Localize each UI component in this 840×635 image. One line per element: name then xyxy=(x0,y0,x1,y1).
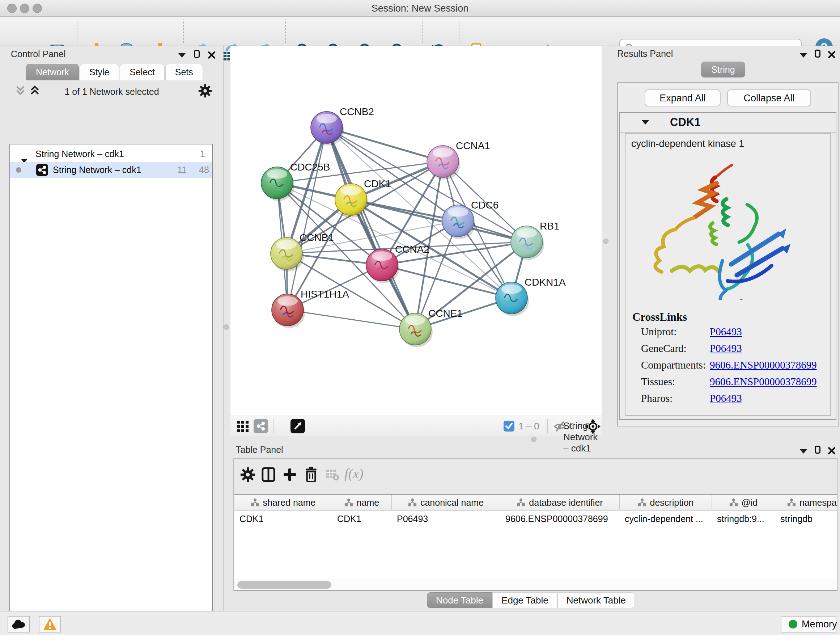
birds-eye-view-icon[interactable] xyxy=(585,418,601,434)
network-row-selected[interactable]: String Network – cdk1 11 48 xyxy=(10,162,212,178)
tab-style[interactable]: Style xyxy=(80,64,119,80)
bottom-splitter-handle[interactable] xyxy=(531,437,537,442)
edge-CCNB2-HIST1H1A xyxy=(287,127,327,310)
right-splitter-handle[interactable] xyxy=(603,239,608,244)
column-header-shared-name[interactable]: shared name xyxy=(234,494,332,510)
table-cell[interactable]: CDK1 xyxy=(332,511,392,527)
delete-column-trash-icon[interactable] xyxy=(304,466,318,482)
float-results-button[interactable] xyxy=(799,52,807,59)
network-node-HIST1H1A[interactable] xyxy=(272,294,305,328)
network-canvas[interactable]: CCNB2CCNA1CDC25BCDK1CDC6RB1CCNB1CCNA2CDK… xyxy=(231,46,602,416)
network-node-CDC25B[interactable] xyxy=(261,167,294,201)
network-node-CDK1[interactable] xyxy=(335,184,368,218)
crosslink-link[interactable]: P06493 xyxy=(710,393,742,404)
grid-view-icon[interactable] xyxy=(236,420,249,433)
network-node-CDKN1A[interactable] xyxy=(496,282,529,316)
node-label-CCNA2: CCNA2 xyxy=(395,244,429,255)
function-builder-icon: f(x) xyxy=(344,466,363,481)
cloud-icon xyxy=(11,618,27,630)
main-toolbar: ? xyxy=(0,17,840,46)
close-results-button[interactable] xyxy=(828,51,836,59)
network-options-gear-icon[interactable] xyxy=(198,84,212,98)
toolbar-separator xyxy=(459,19,459,43)
detach-view-icon[interactable] xyxy=(291,419,305,433)
results-panel-title: Results Panel xyxy=(617,49,673,59)
table-cell[interactable]: CDK1 xyxy=(234,511,332,527)
show-column-icon[interactable] xyxy=(261,467,276,482)
table-cell[interactable]: P06493 xyxy=(392,511,500,527)
left-splitter-handle[interactable] xyxy=(224,325,229,330)
create-column-plus-icon[interactable] xyxy=(282,467,297,482)
window-title: Session: New Session xyxy=(0,3,840,14)
memory-label: Memory xyxy=(802,619,837,630)
column-header-description[interactable]: description xyxy=(620,494,712,510)
control-panel: Control Panel NetworkStyleSelectSets 1 o… xyxy=(0,46,224,611)
cloud-status-button[interactable] xyxy=(8,616,30,632)
table-row[interactable]: CDK1CDK1P064939606.ENSP00000378699cyclin… xyxy=(234,511,837,527)
tab-sets[interactable]: Sets xyxy=(165,64,203,80)
tab-node-table[interactable]: Node Table xyxy=(427,592,493,608)
table-horizontal-scrollbar[interactable] xyxy=(234,579,837,591)
network-node-CCNA1[interactable] xyxy=(427,146,460,180)
expand-all-button[interactable]: Expand All xyxy=(645,89,721,106)
close-panel-button[interactable] xyxy=(208,51,216,59)
tab-select[interactable]: Select xyxy=(120,64,164,80)
network-view-toolbar: String Network – cdk1 1 – 0 0 – 0 xyxy=(231,416,602,436)
tab-network-table[interactable]: Network Table xyxy=(557,592,635,608)
column-header-name[interactable]: name xyxy=(332,494,392,510)
node-result-header[interactable] xyxy=(620,113,836,133)
node-label-HIST1H1A: HIST1H1A xyxy=(301,288,349,300)
application-window: Session: New Session xyxy=(0,0,840,635)
warning-icon xyxy=(43,617,57,631)
column-header--id[interactable]: @id xyxy=(712,494,775,510)
column-header-database-identifier[interactable]: database identifier xyxy=(500,494,620,510)
hidden-eye-slash-icon xyxy=(553,420,566,433)
column-header-namespace[interactable]: namespace xyxy=(775,494,837,510)
tab-edge-table[interactable]: Edge Table xyxy=(493,592,557,608)
column-type-icon xyxy=(787,498,796,507)
table-cell[interactable]: 9606.ENSP00000378699 xyxy=(500,511,620,527)
table-header-row: shared namenamecanonical namedatabase id… xyxy=(234,494,837,510)
float-panel-button[interactable] xyxy=(178,52,186,59)
edge-CCNB2-CCNA1 xyxy=(327,127,443,162)
memory-button[interactable]: Memory xyxy=(781,616,836,632)
crosslink-label: Pharos: xyxy=(641,393,673,404)
undock-panel-button[interactable] xyxy=(194,50,200,59)
table-gear-icon[interactable] xyxy=(240,467,256,482)
title-bar: Session: New Session xyxy=(0,0,840,17)
tab-string[interactable]: String xyxy=(701,62,745,78)
network-node-CCNA2[interactable] xyxy=(366,249,399,283)
table-cell[interactable]: stringdb:9... xyxy=(712,511,775,527)
network-node-RB1[interactable] xyxy=(511,226,544,260)
network-share-view-icon[interactable] xyxy=(254,419,268,433)
undock-table-button[interactable] xyxy=(815,446,821,455)
crosslink-link[interactable]: 9606.ENSP00000378699 xyxy=(710,359,817,371)
selected-checkbox[interactable] xyxy=(504,421,515,432)
collection-count: 1 xyxy=(200,146,205,162)
node-label-CCNB1: CCNB1 xyxy=(300,232,334,243)
result-node-description: cyclin-dependent kinase 1 xyxy=(631,138,744,149)
crosslink-row: Uniprot:P06493 xyxy=(641,326,829,342)
undock-results-button[interactable] xyxy=(815,50,821,59)
column-type-icon xyxy=(729,498,738,507)
scrollbar-thumb[interactable] xyxy=(237,581,332,589)
collapse-entry-arrow[interactable] xyxy=(641,119,649,126)
table-cell[interactable]: stringdb xyxy=(775,511,837,527)
crosslink-link[interactable]: P06493 xyxy=(710,342,742,355)
delete-table-icon xyxy=(325,469,339,481)
table-cell[interactable]: cyclin-dependent ... xyxy=(620,511,712,527)
collapse-all-button[interactable]: Collapse All xyxy=(727,89,811,106)
float-table-button[interactable] xyxy=(799,448,807,455)
crosslink-label: Uniprot: xyxy=(641,326,676,338)
crosslink-label: GeneCard: xyxy=(641,342,687,355)
column-header-canonical-name[interactable]: canonical name xyxy=(392,494,500,510)
node-table: shared namenamecanonical namedatabase id… xyxy=(234,494,837,579)
netbar-divider xyxy=(547,419,548,433)
tab-network[interactable]: Network xyxy=(26,64,79,80)
warnings-button[interactable] xyxy=(39,616,61,632)
network-collection-row[interactable]: String Network – cdk1 1 xyxy=(10,146,212,162)
network-label: String Network – cdk1 xyxy=(53,162,141,178)
crosslink-link[interactable]: P06493 xyxy=(710,326,742,338)
close-table-button[interactable] xyxy=(828,447,836,455)
crosslink-link[interactable]: 9606.ENSP00000378699 xyxy=(710,376,817,388)
